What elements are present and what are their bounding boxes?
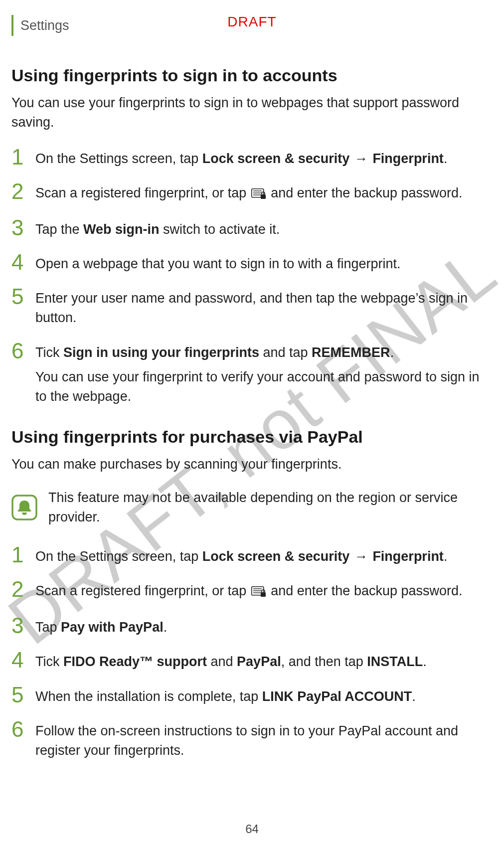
list-item: 6 Tick Sign in using your fingerprints a…	[11, 340, 493, 406]
section2-intro: You can make purchases by scanning your …	[11, 455, 493, 474]
text-run: and	[207, 654, 237, 669]
step-body: On the Settings screen, tap Lock screen …	[35, 146, 447, 169]
list-item: 2 Scan a registered fingerprint, or tap	[11, 578, 493, 603]
document-page: Settings DRAFT DRAFT, not FINAL Using fi…	[0, 0, 504, 857]
text-run: and enter the backup password.	[271, 185, 462, 200]
step-subtext: You can use your fingerprint to verify y…	[35, 367, 493, 406]
bell-note-icon	[11, 495, 37, 520]
text-run: On the Settings screen, tap	[35, 549, 202, 564]
text-run: Scan a registered fingerprint, or tap	[35, 583, 250, 598]
list-item: 4 Tick FIDO Ready™ support and PayPal, a…	[11, 649, 493, 672]
text-run: .	[164, 620, 168, 635]
keyboard-lock-icon	[251, 583, 266, 603]
text-bold: Sign in using your fingerprints	[63, 345, 259, 360]
text-bold: Web sign-in	[83, 222, 160, 237]
step-number: 5	[11, 286, 35, 308]
step-body: Scan a registered fingerprint, or tap an…	[35, 578, 463, 603]
text-run: .	[444, 549, 448, 564]
step-body: Open a webpage that you want to sign in …	[35, 251, 400, 274]
text-bold: Fingerprint	[372, 151, 444, 166]
section2-steps: 1 On the Settings screen, tap Lock scree…	[11, 544, 493, 760]
list-item: 5 When the installation is complete, tap…	[11, 684, 493, 706]
svg-rect-10	[261, 592, 266, 597]
step-number: 6	[11, 340, 35, 362]
list-item: 4 Open a webpage that you want to sign i…	[11, 251, 493, 274]
content-area: Using fingerprints to sign in to account…	[11, 65, 493, 780]
keyboard-lock-icon	[251, 185, 266, 205]
step-number: 6	[11, 718, 35, 740]
text-run: Scan a registered fingerprint, or tap	[35, 185, 250, 200]
text-run: .	[444, 151, 448, 166]
text-run: .	[390, 345, 394, 360]
section1-title: Using fingerprints to sign in to account…	[11, 65, 493, 86]
text-bold: REMEMBER	[312, 345, 390, 360]
step-number: 2	[11, 578, 35, 600]
text-run: and tap	[259, 345, 312, 360]
text-bold: Fingerprint	[372, 549, 444, 564]
step-number: 3	[11, 615, 35, 637]
list-item: 3 Tap the Web sign-in switch to activate…	[11, 217, 493, 239]
svg-rect-4	[261, 194, 266, 199]
text-run: Tick	[35, 654, 63, 669]
step-number: 4	[11, 251, 35, 273]
text-bold: Lock screen & security	[202, 151, 350, 166]
section2-title: Using fingerprints for purchases via Pay…	[11, 426, 493, 448]
step-body: Tap the Web sign-in switch to activate i…	[35, 217, 280, 239]
list-item: 2 Scan a registered fingerprint, or tap	[11, 180, 493, 205]
page-number: 64	[0, 822, 504, 836]
step-body: Follow the on-screen instructions to sig…	[35, 718, 493, 760]
text-bold: PayPal	[237, 654, 281, 669]
note-text: This feature may not be available depend…	[48, 488, 493, 527]
list-item: 1 On the Settings screen, tap Lock scree…	[11, 544, 493, 566]
draft-label-top: DRAFT	[0, 14, 504, 30]
step-body: Enter your user name and password, and t…	[35, 286, 493, 328]
section1-intro: You can use your fingerprints to sign in…	[11, 93, 493, 132]
list-item: 1 On the Settings screen, tap Lock scree…	[11, 146, 493, 169]
step-number: 3	[11, 217, 35, 239]
text-run: Tap the	[35, 222, 83, 237]
step-body: Tick FIDO Ready™ support and PayPal, and…	[35, 649, 427, 672]
step-body: On the Settings screen, tap Lock screen …	[35, 544, 447, 566]
list-item: 6 Follow the on-screen instructions to s…	[11, 718, 493, 760]
step-number: 1	[11, 146, 35, 168]
text-run: On the Settings screen, tap	[35, 151, 202, 166]
step-body: Tap Pay with PayPal.	[35, 615, 167, 637]
arrow-text: →	[350, 549, 371, 564]
text-bold: INSTALL	[367, 654, 423, 669]
step-body: Tick Sign in using your fingerprints and…	[35, 340, 493, 406]
text-run: .	[423, 654, 427, 669]
text-run: When the installation is complete, tap	[35, 689, 262, 704]
arrow-text: →	[350, 151, 371, 166]
note-row: This feature may not be available depend…	[11, 488, 493, 527]
step-number: 5	[11, 684, 35, 706]
text-run: and enter the backup password.	[271, 583, 462, 598]
step-number: 4	[11, 649, 35, 671]
text-bold: Pay with PayPal	[61, 620, 164, 635]
step-body: Scan a registered fingerprint, or tap an…	[35, 180, 463, 205]
text-run: Tap	[35, 620, 61, 635]
step-body: When the installation is complete, tap L…	[35, 684, 416, 706]
step-number: 2	[11, 180, 35, 202]
list-item: 5 Enter your user name and password, and…	[11, 286, 493, 328]
text-run: Tick	[35, 345, 63, 360]
list-item: 3 Tap Pay with PayPal.	[11, 615, 493, 637]
section1-steps: 1 On the Settings screen, tap Lock scree…	[11, 146, 493, 406]
text-run: switch to activate it.	[160, 222, 280, 237]
step-number: 1	[11, 544, 35, 566]
text-bold: FIDO Ready™ support	[63, 654, 207, 669]
text-bold: Lock screen & security	[202, 549, 350, 564]
text-run: , and then tap	[281, 654, 367, 669]
text-run: .	[412, 689, 416, 704]
text-bold: LINK PayPal ACCOUNT	[262, 689, 412, 704]
